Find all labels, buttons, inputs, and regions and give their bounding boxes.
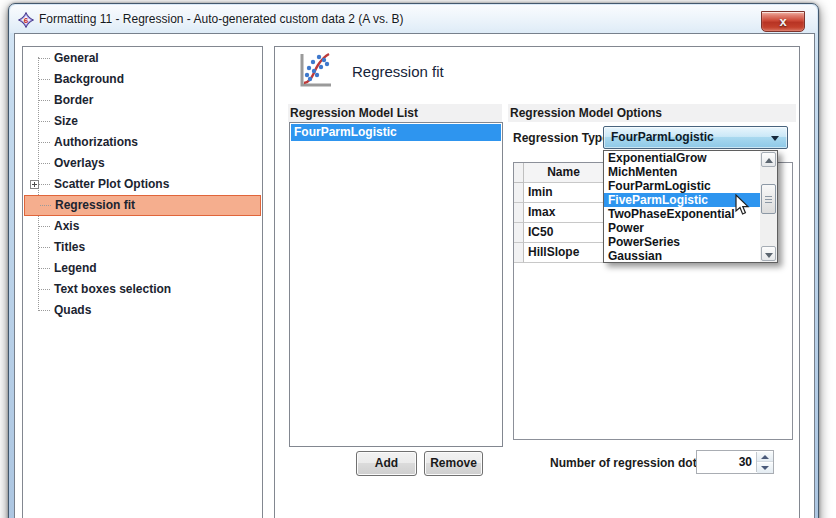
spinner-up-icon[interactable] [757, 452, 773, 462]
sidebar-item-text-boxes-selection[interactable]: Text boxes selection [24, 279, 261, 300]
tree-connector [39, 268, 50, 269]
spinner-down-icon[interactable] [757, 463, 773, 473]
spinner [756, 452, 772, 472]
sidebar-item-titles[interactable]: Titles [24, 237, 261, 258]
add-button[interactable]: Add [356, 451, 417, 476]
sidebar-item-label: Axis [54, 216, 79, 237]
row-selector[interactable] [514, 183, 524, 203]
tree-connector [39, 226, 50, 227]
sidebar-item-axis[interactable]: Axis [24, 216, 261, 237]
tree-connector [39, 310, 50, 311]
sidebar-item-overlays[interactable]: Overlays [24, 153, 261, 174]
sidebar-item-label: Legend [54, 258, 97, 279]
titlebar[interactable]: 6 Formatting 11 - Regression - Auto-gene… [9, 4, 818, 34]
sidebar-item-label: Background [54, 69, 124, 90]
regression-model-listbox[interactable]: FourParmLogistic [289, 122, 503, 447]
sidebar-item-label: Text boxes selection [54, 279, 171, 300]
sidebar-panel: General Background Border Size Authoriza… [22, 46, 263, 518]
sidebar-item-label: General [54, 48, 99, 69]
regression-type-combobox[interactable]: FourParmLogistic [603, 126, 788, 149]
sidebar-item-label: Regression fit [55, 196, 135, 215]
mouse-cursor-icon [735, 194, 750, 216]
window-title: Formatting 11 - Regression - Auto-genera… [39, 12, 404, 26]
cell-name[interactable]: HillSlope [524, 243, 604, 263]
tree-connector [39, 163, 50, 164]
close-icon: x [779, 14, 786, 29]
sidebar-item-scatter-plot-options[interactable]: Scatter Plot Options [24, 174, 261, 195]
dropdown-option[interactable]: FourParmLogistic [604, 179, 777, 193]
chevron-down-icon [771, 136, 779, 141]
regression-dots-label: Number of regression dots [550, 456, 703, 470]
scatter-regression-fit-icon [295, 52, 333, 90]
model-list-header: Regression Model List [288, 104, 502, 122]
regression-dots-value[interactable]: 30 [739, 455, 752, 469]
row-selector[interactable] [514, 203, 524, 223]
sidebar-item-border[interactable]: Border [24, 90, 261, 111]
tree-connector [39, 79, 50, 80]
tree-connector [39, 121, 50, 122]
dropdown-option-highlighted[interactable]: FiveParmLogistic [604, 193, 777, 207]
sidebar-item-quads[interactable]: Quads [24, 300, 261, 321]
dropdown-option[interactable]: Gaussian [604, 249, 777, 263]
row-selector[interactable] [514, 243, 524, 263]
sidebar-item-label: Size [54, 111, 78, 132]
dropdown-option[interactable]: MichMenten [604, 165, 777, 179]
dropdown-option[interactable]: PowerSeries [604, 235, 777, 249]
list-item-fourparmlogistic[interactable]: FourParmLogistic [291, 124, 501, 141]
regression-type-dropdown-popup: ExponentialGrow MichMenten FourParmLogis… [603, 150, 778, 263]
sidebar-item-label: Border [54, 90, 93, 111]
tree-connector [39, 100, 50, 101]
svg-text:6: 6 [24, 16, 29, 25]
dropdown-option[interactable]: ExponentialGrow [604, 151, 777, 165]
cell-name[interactable]: Imax [524, 203, 604, 223]
tree-connector [39, 247, 50, 248]
sidebar-item-authorizations[interactable]: Authorizations [24, 132, 261, 153]
sidebar-item-regression-fit[interactable]: Regression fit [24, 195, 261, 216]
dropdown-option[interactable]: Power [604, 221, 777, 235]
sidebar-item-label: Authorizations [54, 132, 138, 153]
cell-name[interactable]: Imin [524, 183, 604, 203]
model-options-header: Regression Model Options [508, 104, 796, 122]
regression-dots-spinbox[interactable]: 30 [696, 450, 774, 474]
screenshot-stage: 6 Formatting 11 - Regression - Auto-gene… [0, 0, 836, 518]
scrollbar-down-icon[interactable] [761, 246, 776, 261]
sidebar-item-general[interactable]: General [24, 48, 261, 69]
tree-connector [39, 142, 50, 143]
row-selector-header [514, 163, 524, 183]
tree-connector [40, 205, 51, 206]
page-title: Regression fit [352, 63, 444, 80]
regression-type-label: Regression Type [513, 131, 609, 145]
tree-connector [39, 289, 50, 290]
cell-name[interactable]: IC50 [524, 223, 604, 243]
sidebar-item-label: Overlays [54, 153, 105, 174]
sidebar-item-label: Titles [54, 237, 85, 258]
sidebar-item-background[interactable]: Background [24, 69, 261, 90]
expander-plus-icon[interactable] [30, 180, 39, 189]
column-header-name[interactable]: Name [524, 163, 604, 183]
sidebar-item-label: Quads [54, 300, 91, 321]
scrollbar-up-icon[interactable] [761, 152, 776, 167]
tree-connector [39, 58, 50, 59]
dropdown-scrollbar[interactable] [760, 151, 777, 262]
row-selector[interactable] [514, 223, 524, 243]
dropdown-option[interactable]: TwoPhaseExponential [604, 207, 777, 221]
remove-button[interactable]: Remove [424, 451, 483, 476]
scrollbar-thumb[interactable] [761, 184, 776, 214]
combobox-value: FourParmLogistic [611, 130, 714, 144]
sidebar-item-size[interactable]: Size [24, 111, 261, 132]
close-button[interactable]: x [761, 11, 805, 32]
sidebar-item-label: Scatter Plot Options [54, 174, 169, 195]
tree-connector [39, 184, 50, 185]
app-icon: 6 [18, 12, 34, 28]
sidebar-item-legend[interactable]: Legend [24, 258, 261, 279]
